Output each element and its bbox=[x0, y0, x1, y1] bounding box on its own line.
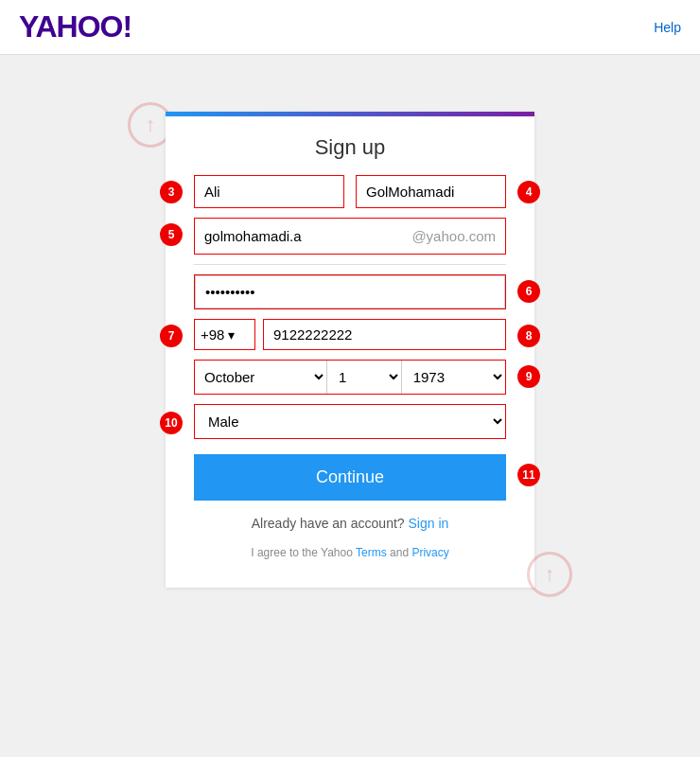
privacy-link[interactable]: Privacy bbox=[411, 546, 448, 559]
sign-in-link[interactable]: Sign in bbox=[408, 516, 448, 531]
signup-card: Sign up 3 4 bbox=[166, 112, 534, 588]
name-row: 3 4 bbox=[194, 175, 506, 208]
badge-10: 10 bbox=[160, 412, 183, 434]
form-relative-wrapper: ↑ Sign up 3 bbox=[166, 112, 534, 588]
birth-day-select[interactable]: 1234 5678 9101112 13141516 17181920 2122… bbox=[329, 361, 402, 394]
phone-number-wrapper bbox=[263, 319, 506, 350]
phone-country-select[interactable]: ▾ bbox=[228, 327, 235, 343]
last-name-input[interactable] bbox=[356, 175, 506, 208]
badge-9: 9 bbox=[517, 365, 540, 388]
form-title: Sign up bbox=[166, 116, 534, 175]
continue-wrapper: Continue 11 bbox=[194, 454, 506, 516]
watermark-bottom: ↑ bbox=[527, 552, 572, 597]
gender-select[interactable]: Male Female Other bbox=[194, 404, 506, 439]
yahoo-logo: YAHOO! bbox=[19, 9, 131, 44]
first-name-input[interactable] bbox=[194, 175, 344, 208]
form-body: 3 4 5 bbox=[166, 175, 534, 559]
badge-4: 4 bbox=[517, 181, 540, 203]
terms-link[interactable]: Terms bbox=[356, 546, 387, 559]
birth-month-select[interactable]: October JanuaryFebruaryMarch AprilMayJun… bbox=[195, 361, 327, 394]
country-code-label: +98 bbox=[201, 326, 224, 343]
badge-7: 7 bbox=[160, 325, 183, 347]
badge-5: 5 bbox=[160, 223, 183, 246]
email-domain: @yahoo.com bbox=[402, 219, 505, 254]
gender-wrapper: 10 Male Female Other bbox=[194, 404, 506, 439]
form-outer: ↑ Sign up 3 bbox=[109, 83, 591, 616]
terms-text: I agree to the Yahoo Terms and Privacy bbox=[194, 546, 506, 559]
help-link[interactable]: Help bbox=[654, 20, 681, 35]
badge-8: 8 bbox=[517, 325, 540, 347]
badge-6: 6 bbox=[517, 280, 540, 303]
phone-row: 7 +98 ▾ 8 bbox=[194, 319, 506, 350]
signin-text: Already have an account? Sign in bbox=[194, 516, 506, 531]
first-name-wrapper bbox=[194, 175, 344, 208]
continue-button[interactable]: Continue bbox=[194, 454, 506, 501]
birth-year-select[interactable]: 1973 197019711972 197419751980 19902000 bbox=[404, 361, 505, 394]
dob-row: October JanuaryFebruaryMarch AprilMayJun… bbox=[194, 360, 506, 395]
password-field bbox=[194, 274, 506, 309]
header: YAHOO! Help bbox=[0, 0, 700, 55]
password-input[interactable] bbox=[195, 275, 505, 308]
badge-11: 11 bbox=[517, 464, 540, 486]
password-wrapper: 6 bbox=[194, 274, 506, 309]
username-input[interactable] bbox=[195, 219, 402, 254]
main-content: ↑ Sign up 3 bbox=[0, 55, 700, 644]
badge-3: 3 bbox=[160, 181, 183, 203]
phone-country-wrapper: +98 ▾ bbox=[194, 319, 255, 350]
phone-number-input[interactable] bbox=[263, 319, 506, 350]
last-name-wrapper bbox=[356, 175, 506, 208]
dob-wrapper: October JanuaryFebruaryMarch AprilMayJun… bbox=[194, 360, 506, 395]
gender-row: Male Female Other bbox=[194, 404, 506, 439]
username-row: @yahoo.com bbox=[194, 218, 506, 255]
